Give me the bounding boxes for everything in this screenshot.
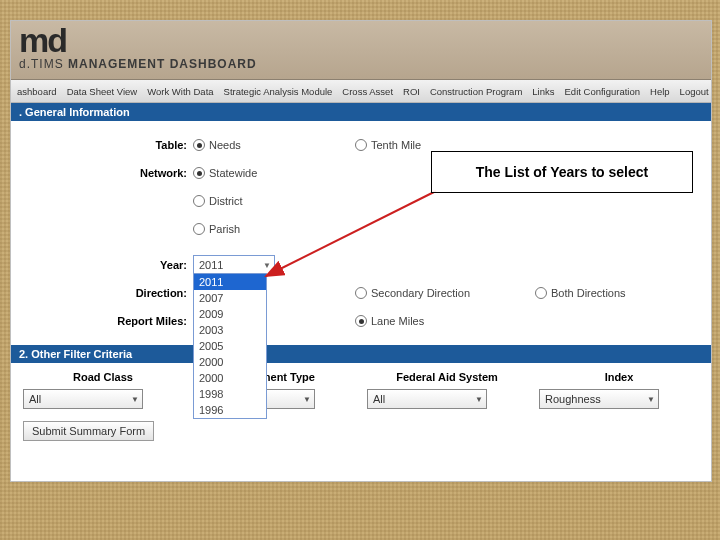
year-option[interactable]: 2003 — [194, 322, 266, 338]
radio-statewide[interactable]: Statewide — [193, 167, 257, 179]
select-value: All — [373, 393, 385, 405]
radio-label: Tenth Mile — [371, 139, 421, 151]
menu-item[interactable]: Work With Data — [147, 86, 213, 97]
radio-label: Lane Miles — [371, 315, 424, 327]
filter-header: Index — [539, 371, 699, 383]
select-value: Roughness — [545, 393, 601, 405]
filters-grid: Road Class Pavement Type Federal Aid Sys… — [11, 363, 711, 413]
chevron-down-icon: ▼ — [647, 395, 655, 404]
year-option[interactable]: 2011 — [194, 274, 266, 290]
filter-header: Road Class — [23, 371, 183, 383]
label-year: Year: — [15, 259, 193, 271]
brand-subtitle: d.TIMS MANAGEMENT DASHBOARD — [19, 57, 257, 71]
chevron-down-icon: ▼ — [303, 395, 311, 404]
radio-dot-icon — [193, 139, 205, 151]
radio-parish[interactable]: Parish — [193, 223, 240, 235]
submit-summary-button[interactable]: Submit Summary Form — [23, 421, 154, 441]
menu-item[interactable]: Logout — [680, 86, 709, 97]
radio-needs[interactable]: Needs — [193, 139, 241, 151]
brand-subtitle-main: MANAGEMENT DASHBOARD — [68, 57, 257, 71]
menu-item[interactable]: ashboard — [17, 86, 57, 97]
chevron-down-icon: ▼ — [475, 395, 483, 404]
radio-lane-miles[interactable]: Lane Miles — [355, 315, 424, 327]
radio-dot-icon — [193, 195, 205, 207]
submit-row: Submit Summary Form — [11, 413, 711, 449]
radio-label: Needs — [209, 139, 241, 151]
menu-item[interactable]: Construction Program — [430, 86, 522, 97]
radio-dot-icon — [535, 287, 547, 299]
federal-aid-select[interactable]: All ▼ — [367, 389, 487, 409]
brand-subtitle-prefix: d.TIMS — [19, 57, 64, 71]
radio-tenth-mile[interactable]: Tenth Mile — [355, 139, 421, 151]
label-network: Network: — [15, 167, 193, 179]
year-select[interactable]: 2011 ▼ — [193, 255, 275, 275]
road-class-select[interactable]: All ▼ — [23, 389, 143, 409]
annotation-text: The List of Years to select — [476, 164, 648, 180]
chevron-down-icon: ▼ — [263, 261, 271, 270]
chevron-down-icon: ▼ — [131, 395, 139, 404]
radio-dot-icon — [355, 139, 367, 151]
filter-header: Federal Aid System — [367, 371, 527, 383]
app-window: md d.TIMS MANAGEMENT DASHBOARD ashboard … — [10, 20, 712, 482]
radio-district[interactable]: District — [193, 195, 243, 207]
radio-both-directions[interactable]: Both Directions — [535, 287, 626, 299]
year-option[interactable]: 1998 — [194, 386, 266, 402]
menu-item[interactable]: Help — [650, 86, 670, 97]
year-option[interactable]: 2009 — [194, 306, 266, 322]
section-filter-criteria: 2. Other Filter Criteria — [11, 345, 711, 363]
menu-item[interactable]: Edit Configuration — [565, 86, 641, 97]
radio-label: Secondary Direction — [371, 287, 470, 299]
menu-item[interactable]: Data Sheet View — [67, 86, 138, 97]
radio-dot-icon — [355, 315, 367, 327]
menu-item[interactable]: Links — [532, 86, 554, 97]
year-option[interactable]: 1996 — [194, 402, 266, 418]
radio-secondary-direction[interactable]: Secondary Direction — [355, 287, 470, 299]
radio-label: Both Directions — [551, 287, 626, 299]
radio-dot-icon — [355, 287, 367, 299]
select-value: All — [29, 393, 41, 405]
menu-bar: ashboard Data Sheet View Work With Data … — [11, 80, 711, 103]
menu-item[interactable]: ROI — [403, 86, 420, 97]
year-listbox[interactable]: 2011 2007 2009 2003 2005 2000 2000 1998 … — [193, 273, 267, 419]
radio-label: District — [209, 195, 243, 207]
label-table: Table: — [15, 139, 193, 151]
year-option[interactable]: 2007 — [194, 290, 266, 306]
brand-logo: md — [19, 21, 66, 60]
label-direction: Direction: — [15, 287, 193, 299]
label-report-miles: Report Miles: — [15, 315, 193, 327]
year-option[interactable]: 2000 — [194, 354, 266, 370]
year-option[interactable]: 2005 — [194, 338, 266, 354]
radio-label: Statewide — [209, 167, 257, 179]
index-select[interactable]: Roughness ▼ — [539, 389, 659, 409]
menu-item[interactable]: Strategic Analysis Module — [224, 86, 333, 97]
menu-item[interactable]: Cross Asset — [342, 86, 393, 97]
annotation-callout: The List of Years to select — [431, 151, 693, 193]
radio-dot-icon — [193, 167, 205, 179]
year-option[interactable]: 2000 — [194, 370, 266, 386]
section-general-info: . General Information — [11, 103, 711, 121]
radio-dot-icon — [193, 223, 205, 235]
year-select-value: 2011 — [199, 259, 223, 271]
radio-label: Parish — [209, 223, 240, 235]
app-header: md d.TIMS MANAGEMENT DASHBOARD — [11, 21, 711, 80]
